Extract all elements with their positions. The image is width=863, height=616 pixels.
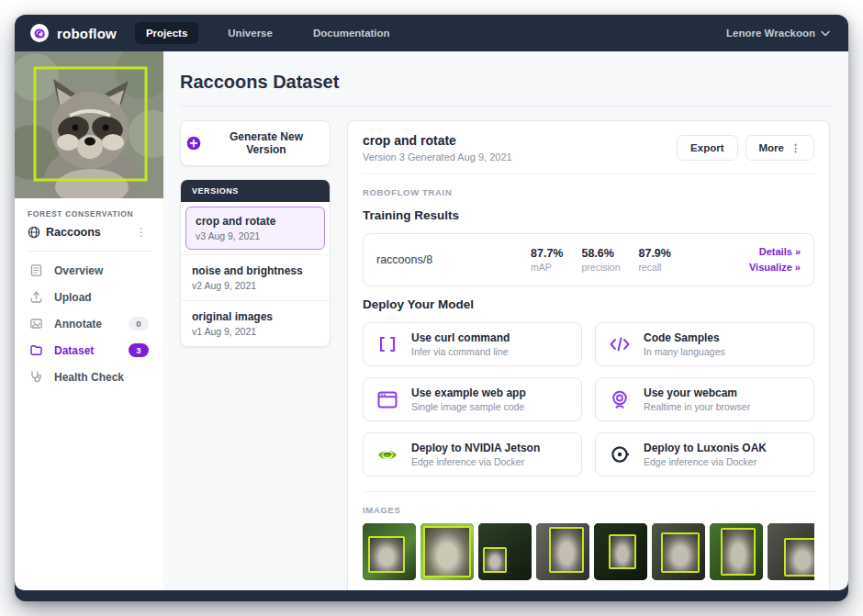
metric-value: 87.7%	[531, 247, 563, 260]
globe-icon	[28, 226, 40, 239]
image-thumbnail[interactable]	[710, 523, 763, 580]
sidebar-item-label: Upload	[54, 291, 149, 304]
deploy-heading: Deploy Your Model	[363, 297, 814, 311]
project-cover-image	[15, 51, 163, 198]
metric-map: 87.7% mAP	[531, 247, 563, 273]
deploy-card-title: Code Samples	[644, 331, 725, 344]
top-nav: roboflow Projects Universe Documentation…	[15, 15, 848, 51]
screenshot-canvas: roboflow Projects Universe Documentation…	[0, 0, 863, 616]
sidebar-item-label: Overview	[54, 264, 149, 277]
title-divider	[180, 106, 830, 106]
version-meta: v3 Aug 9, 2021	[196, 230, 315, 241]
roboflow-logo-icon	[29, 23, 50, 43]
overview-doc-icon	[29, 263, 43, 277]
roboflow-logo[interactable]: roboflow	[29, 23, 117, 43]
deploy-card-title: Use curl command	[411, 331, 510, 344]
deploy-card-title: Use example web app	[411, 386, 526, 399]
image-thumbnail[interactable]	[420, 523, 474, 580]
nav-tab-projects[interactable]: Projects	[135, 22, 198, 44]
nav-tab-universe[interactable]: Universe	[217, 22, 284, 44]
nvidia-icon	[375, 442, 399, 466]
metric-label: precision	[581, 262, 620, 273]
sidebar-item-upload[interactable]: Upload	[28, 284, 151, 310]
nav-tab-documentation[interactable]: Documentation	[302, 22, 401, 44]
version-subtitle: Version 3 Generated Aug 9, 2021	[363, 151, 512, 162]
image-thumbnail[interactable]	[363, 523, 416, 580]
stethoscope-icon	[29, 370, 43, 384]
generate-new-version-button[interactable]: Generate New Version	[180, 120, 331, 166]
sidebar-item-health-check[interactable]: Health Check	[28, 364, 151, 390]
deploy-card-title: Use your webcam	[644, 386, 750, 399]
images-label: IMAGES	[363, 505, 814, 515]
deploy-card-curl[interactable]: Use curl command Infer via command line	[363, 322, 582, 366]
main-content: Raccoons Dataset Generate New Version	[163, 51, 848, 590]
deploy-card-title: Deploy to NVIDIA Jetson	[411, 442, 540, 454]
image-thumbnail[interactable]	[536, 523, 589, 580]
dataset-count-badge: 3	[129, 343, 149, 357]
version-meta: v2 Aug 9, 2021	[192, 280, 319, 291]
raccoon-cover-photo	[15, 51, 163, 198]
deploy-card-subtitle: Edge inference via Docker	[411, 456, 540, 467]
image-thumbnail-row	[363, 523, 814, 580]
sidebar-item-label: Annotate	[54, 318, 118, 330]
webcam-icon	[608, 387, 632, 411]
deploy-card-luxonis-oak[interactable]: Deploy to Luxonis OAK Edge inference via…	[595, 432, 814, 476]
version-name: crop and rotate	[196, 215, 315, 228]
versions-panel: VERSIONS crop and rotate v3 Aug 9, 2021 …	[180, 179, 331, 347]
roboflow-train-label: ROBOFLOW TRAIN	[363, 187, 814, 197]
version-item-v2[interactable]: noise and brightness v2 Aug 9, 2021	[181, 254, 330, 300]
deploy-card-subtitle: Realtime in your browser	[644, 401, 750, 412]
training-results-heading: Training Results	[363, 208, 814, 222]
generate-button-label: Generate New Version	[208, 130, 324, 156]
image-thumbnail[interactable]	[594, 523, 647, 580]
more-button[interactable]: More ⋮	[745, 135, 814, 161]
project-selector[interactable]: Raccoons ⋮	[28, 225, 151, 240]
user-name: Lenore Wrackoon	[726, 28, 815, 39]
version-meta: v1 Aug 9, 2021	[192, 326, 319, 337]
version-name: noise and brightness	[192, 264, 319, 277]
details-link[interactable]: Details »	[749, 244, 801, 260]
annotate-image-icon	[29, 317, 43, 330]
code-icon	[608, 332, 632, 356]
image-thumbnail[interactable]	[478, 523, 532, 580]
version-title: crop and rotate	[363, 133, 512, 148]
version-item-v3[interactable]: crop and rotate v3 Aug 9, 2021	[185, 207, 325, 250]
sidebar-item-annotate[interactable]: Annotate 0	[28, 310, 151, 337]
metric-label: mAP	[531, 262, 563, 273]
deploy-card-subtitle: In many languages	[644, 346, 725, 357]
deploy-card-subtitle: Single image sample code	[411, 401, 526, 412]
sidebar-item-dataset[interactable]: Dataset 3	[28, 337, 151, 364]
sidebar-divider	[28, 251, 151, 252]
metric-label: recall	[638, 262, 670, 273]
curl-brackets-icon	[375, 332, 399, 356]
annotate-count-badge: 0	[129, 317, 149, 330]
page-title: Raccoons Dataset	[180, 64, 830, 93]
export-button[interactable]: Export	[677, 135, 737, 161]
sidebar-item-label: Dataset	[54, 344, 118, 357]
image-thumbnail[interactable]	[652, 523, 705, 580]
deploy-card-web-app[interactable]: Use example web app Single image sample …	[363, 377, 582, 421]
versions-header: VERSIONS	[181, 180, 330, 202]
metric-recall: 87.9% recall	[638, 247, 670, 273]
deploy-card-nvidia-jetson[interactable]: Deploy to NVIDIA Jetson Edge inference v…	[363, 432, 582, 476]
sidebar-item-overview[interactable]: Overview	[28, 257, 151, 284]
sidebar: FOREST CONSERVATION Raccoons ⋮	[15, 51, 163, 590]
workspace-label: FOREST CONSERVATION	[28, 209, 151, 218]
training-results-card: raccoons/8 87.7% mAP 58.6% precision	[363, 233, 814, 286]
brand-name: roboflow	[57, 26, 117, 41]
project-name: Raccoons	[46, 226, 127, 239]
project-kebab-menu-icon[interactable]: ⋮	[132, 225, 151, 240]
image-thumbnail[interactable]	[768, 523, 814, 580]
metric-precision: 58.6% precision	[581, 247, 620, 273]
visualize-link[interactable]: Visualize »	[749, 260, 801, 275]
dataset-folder-icon	[29, 343, 43, 357]
deploy-card-code-samples[interactable]: Code Samples In many languages	[595, 322, 814, 366]
chevron-down-icon	[821, 30, 830, 37]
version-item-v1[interactable]: original images v1 Aug 9, 2021	[181, 300, 330, 346]
deploy-card-subtitle: Infer via command line	[411, 346, 510, 357]
metric-value: 58.6%	[581, 247, 620, 260]
deploy-card-webcam[interactable]: Use your webcam Realtime in your browser	[595, 377, 814, 421]
deploy-card-title: Deploy to Luxonis OAK	[644, 442, 767, 454]
more-button-label: More	[759, 142, 784, 153]
user-menu[interactable]: Lenore Wrackoon	[726, 28, 830, 39]
